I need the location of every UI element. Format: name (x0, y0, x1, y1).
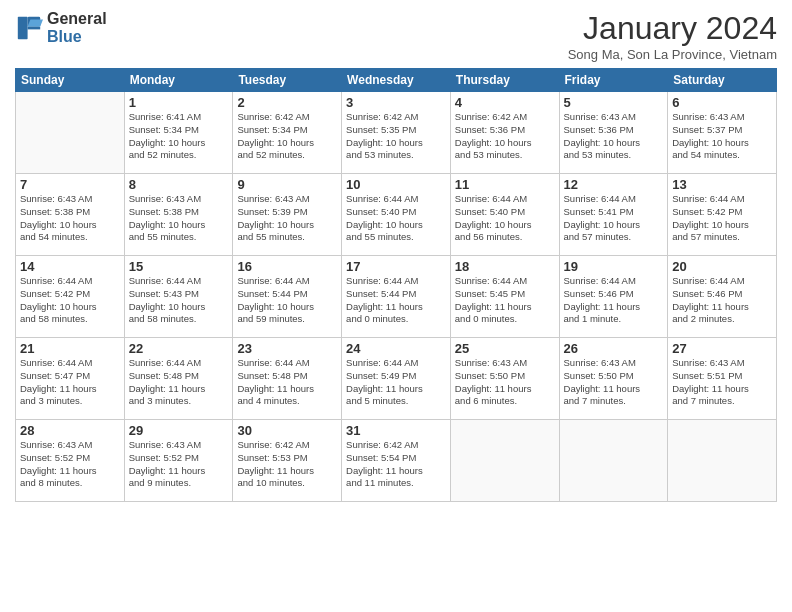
table-row: 14Sunrise: 6:44 AM Sunset: 5:42 PM Dayli… (16, 256, 125, 338)
logo-text: General Blue (47, 10, 107, 45)
table-row: 3Sunrise: 6:42 AM Sunset: 5:35 PM Daylig… (342, 92, 451, 174)
day-info: Sunrise: 6:44 AM Sunset: 5:46 PM Dayligh… (564, 275, 664, 326)
day-number: 7 (20, 177, 120, 192)
day-number: 14 (20, 259, 120, 274)
day-info: Sunrise: 6:43 AM Sunset: 5:37 PM Dayligh… (672, 111, 772, 162)
day-info: Sunrise: 6:44 AM Sunset: 5:42 PM Dayligh… (20, 275, 120, 326)
table-row: 13Sunrise: 6:44 AM Sunset: 5:42 PM Dayli… (668, 174, 777, 256)
day-info: Sunrise: 6:43 AM Sunset: 5:52 PM Dayligh… (20, 439, 120, 490)
month-title: January 2024 (568, 10, 777, 47)
day-number: 17 (346, 259, 446, 274)
header: General Blue January 2024 Song Ma, Son L… (15, 10, 777, 62)
day-number: 11 (455, 177, 555, 192)
header-thursday: Thursday (450, 69, 559, 92)
table-row: 2Sunrise: 6:42 AM Sunset: 5:34 PM Daylig… (233, 92, 342, 174)
header-friday: Friday (559, 69, 668, 92)
day-number: 3 (346, 95, 446, 110)
day-info: Sunrise: 6:44 AM Sunset: 5:48 PM Dayligh… (237, 357, 337, 408)
day-number: 28 (20, 423, 120, 438)
svg-rect-3 (18, 16, 28, 38)
table-row: 17Sunrise: 6:44 AM Sunset: 5:44 PM Dayli… (342, 256, 451, 338)
day-number: 8 (129, 177, 229, 192)
day-info: Sunrise: 6:44 AM Sunset: 5:41 PM Dayligh… (564, 193, 664, 244)
day-number: 15 (129, 259, 229, 274)
table-row: 4Sunrise: 6:42 AM Sunset: 5:36 PM Daylig… (450, 92, 559, 174)
logo-blue-text: Blue (47, 28, 107, 46)
table-row: 6Sunrise: 6:43 AM Sunset: 5:37 PM Daylig… (668, 92, 777, 174)
table-row: 11Sunrise: 6:44 AM Sunset: 5:40 PM Dayli… (450, 174, 559, 256)
table-row: 10Sunrise: 6:44 AM Sunset: 5:40 PM Dayli… (342, 174, 451, 256)
day-number: 18 (455, 259, 555, 274)
day-info: Sunrise: 6:42 AM Sunset: 5:54 PM Dayligh… (346, 439, 446, 490)
day-info: Sunrise: 6:42 AM Sunset: 5:35 PM Dayligh… (346, 111, 446, 162)
day-info: Sunrise: 6:42 AM Sunset: 5:53 PM Dayligh… (237, 439, 337, 490)
table-row: 9Sunrise: 6:43 AM Sunset: 5:39 PM Daylig… (233, 174, 342, 256)
table-row: 21Sunrise: 6:44 AM Sunset: 5:47 PM Dayli… (16, 338, 125, 420)
table-row: 16Sunrise: 6:44 AM Sunset: 5:44 PM Dayli… (233, 256, 342, 338)
day-info: Sunrise: 6:44 AM Sunset: 5:48 PM Dayligh… (129, 357, 229, 408)
day-info: Sunrise: 6:44 AM Sunset: 5:40 PM Dayligh… (455, 193, 555, 244)
day-number: 23 (237, 341, 337, 356)
table-row: 31Sunrise: 6:42 AM Sunset: 5:54 PM Dayli… (342, 420, 451, 502)
table-row: 23Sunrise: 6:44 AM Sunset: 5:48 PM Dayli… (233, 338, 342, 420)
table-row (450, 420, 559, 502)
day-number: 22 (129, 341, 229, 356)
header-wednesday: Wednesday (342, 69, 451, 92)
table-row: 8Sunrise: 6:43 AM Sunset: 5:38 PM Daylig… (124, 174, 233, 256)
calendar-week-row: 1Sunrise: 6:41 AM Sunset: 5:34 PM Daylig… (16, 92, 777, 174)
table-row: 19Sunrise: 6:44 AM Sunset: 5:46 PM Dayli… (559, 256, 668, 338)
day-number: 5 (564, 95, 664, 110)
day-number: 19 (564, 259, 664, 274)
table-row (559, 420, 668, 502)
day-number: 29 (129, 423, 229, 438)
day-info: Sunrise: 6:44 AM Sunset: 5:45 PM Dayligh… (455, 275, 555, 326)
day-number: 27 (672, 341, 772, 356)
table-row: 28Sunrise: 6:43 AM Sunset: 5:52 PM Dayli… (16, 420, 125, 502)
header-monday: Monday (124, 69, 233, 92)
day-info: Sunrise: 6:43 AM Sunset: 5:51 PM Dayligh… (672, 357, 772, 408)
day-number: 10 (346, 177, 446, 192)
day-info: Sunrise: 6:41 AM Sunset: 5:34 PM Dayligh… (129, 111, 229, 162)
header-sunday: Sunday (16, 69, 125, 92)
day-number: 25 (455, 341, 555, 356)
calendar-week-row: 28Sunrise: 6:43 AM Sunset: 5:52 PM Dayli… (16, 420, 777, 502)
table-row: 25Sunrise: 6:43 AM Sunset: 5:50 PM Dayli… (450, 338, 559, 420)
day-info: Sunrise: 6:44 AM Sunset: 5:44 PM Dayligh… (346, 275, 446, 326)
day-number: 31 (346, 423, 446, 438)
day-number: 6 (672, 95, 772, 110)
table-row: 24Sunrise: 6:44 AM Sunset: 5:49 PM Dayli… (342, 338, 451, 420)
calendar-table: Sunday Monday Tuesday Wednesday Thursday… (15, 68, 777, 502)
day-number: 26 (564, 341, 664, 356)
table-row: 15Sunrise: 6:44 AM Sunset: 5:43 PM Dayli… (124, 256, 233, 338)
table-row: 27Sunrise: 6:43 AM Sunset: 5:51 PM Dayli… (668, 338, 777, 420)
day-info: Sunrise: 6:42 AM Sunset: 5:34 PM Dayligh… (237, 111, 337, 162)
header-tuesday: Tuesday (233, 69, 342, 92)
table-row (16, 92, 125, 174)
day-number: 2 (237, 95, 337, 110)
table-row (668, 420, 777, 502)
day-number: 4 (455, 95, 555, 110)
table-row: 1Sunrise: 6:41 AM Sunset: 5:34 PM Daylig… (124, 92, 233, 174)
day-number: 20 (672, 259, 772, 274)
day-info: Sunrise: 6:43 AM Sunset: 5:52 PM Dayligh… (129, 439, 229, 490)
page: General Blue January 2024 Song Ma, Son L… (0, 0, 792, 612)
calendar-week-row: 14Sunrise: 6:44 AM Sunset: 5:42 PM Dayli… (16, 256, 777, 338)
day-info: Sunrise: 6:44 AM Sunset: 5:46 PM Dayligh… (672, 275, 772, 326)
logo-icon (15, 14, 43, 42)
title-block: January 2024 Song Ma, Son La Province, V… (568, 10, 777, 62)
table-row: 5Sunrise: 6:43 AM Sunset: 5:36 PM Daylig… (559, 92, 668, 174)
day-info: Sunrise: 6:44 AM Sunset: 5:47 PM Dayligh… (20, 357, 120, 408)
table-row: 29Sunrise: 6:43 AM Sunset: 5:52 PM Dayli… (124, 420, 233, 502)
table-row: 30Sunrise: 6:42 AM Sunset: 5:53 PM Dayli… (233, 420, 342, 502)
day-info: Sunrise: 6:44 AM Sunset: 5:42 PM Dayligh… (672, 193, 772, 244)
table-row: 18Sunrise: 6:44 AM Sunset: 5:45 PM Dayli… (450, 256, 559, 338)
table-row: 12Sunrise: 6:44 AM Sunset: 5:41 PM Dayli… (559, 174, 668, 256)
table-row: 7Sunrise: 6:43 AM Sunset: 5:38 PM Daylig… (16, 174, 125, 256)
logo-general-text: General (47, 10, 107, 28)
header-saturday: Saturday (668, 69, 777, 92)
table-row: 20Sunrise: 6:44 AM Sunset: 5:46 PM Dayli… (668, 256, 777, 338)
calendar-week-row: 7Sunrise: 6:43 AM Sunset: 5:38 PM Daylig… (16, 174, 777, 256)
day-number: 1 (129, 95, 229, 110)
day-number: 13 (672, 177, 772, 192)
calendar-header-row: Sunday Monday Tuesday Wednesday Thursday… (16, 69, 777, 92)
